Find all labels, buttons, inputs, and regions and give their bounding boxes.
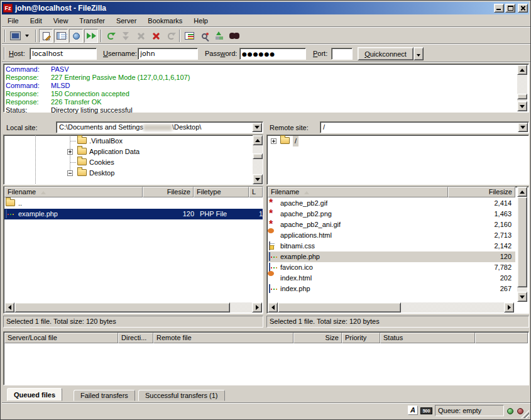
tree-item[interactable]: .VirtualBox [89, 136, 123, 146]
file-name: favicon.ico [280, 262, 313, 273]
local-site-dropdown[interactable] [252, 123, 262, 132]
remote-vscroll-thumb[interactable] [517, 197, 527, 287]
remote-tree[interactable] [266, 135, 529, 185]
toggle-queue-button[interactable] [84, 29, 98, 43]
local-site-combo[interactable]: C:\Documents and Settings\Desktop\ [56, 121, 263, 133]
queue-col-remotefile[interactable]: Remote file [153, 333, 293, 343]
remote-file-row[interactable]: index.php267 [268, 284, 515, 294]
local-hscroll-left[interactable] [4, 302, 14, 312]
remote-vscroll-track[interactable] [517, 287, 527, 292]
quickconnect-dropdown[interactable] [413, 47, 424, 60]
tree-item[interactable]: Application Data [89, 146, 140, 157]
local-tree-scroll-up[interactable] [253, 135, 263, 145]
speed-limit-icon[interactable]: 500 [420, 407, 432, 414]
queue-col-serverlocal[interactable]: Server/Local file [4, 333, 118, 343]
transfer-type-icon[interactable]: A [408, 406, 418, 415]
menu-transfer[interactable]: Transfer [74, 16, 111, 26]
local-hscroll-thumb[interactable] [14, 302, 230, 312]
queue-col-direction[interactable]: Directi... [118, 333, 153, 343]
remote-vscroll-up[interactable] [517, 187, 527, 197]
remote-hscroll-right[interactable] [504, 302, 514, 312]
process-queue-icon [123, 32, 129, 40]
quickconnect-button[interactable]: Quickconnect [358, 47, 413, 60]
find-files-button[interactable] [227, 29, 241, 43]
remote-file-row-selected[interactable]: example.php120 [268, 251, 515, 262]
quickconnect-grip[interactable] [4, 47, 5, 60]
remote-file-row[interactable]: *apache_pb2.png1,463 [268, 209, 515, 219]
filezilla-logo-icon: Fz [3, 4, 13, 13]
remote-treeview-icon [73, 33, 80, 40]
local-file-row-selected[interactable]: example.php 120 PHP File 1 [4, 209, 263, 219]
local-hscroll-track[interactable] [230, 302, 252, 312]
maximize-button[interactable] [505, 4, 515, 13]
tab-successful-transfers[interactable]: Successful transfers (1) [138, 390, 225, 401]
toggle-log-button[interactable] [39, 29, 53, 43]
remote-hscroll-thumb[interactable] [278, 302, 401, 312]
filter-button[interactable] [182, 29, 196, 43]
local-col-filetype[interactable]: Filetype [194, 187, 249, 197]
remote-file-row[interactable]: applications.html2,713 [268, 230, 515, 241]
menu-file[interactable]: File [2, 16, 25, 26]
site-manager-dropdown[interactable] [23, 29, 31, 43]
icon-file-icon [269, 263, 270, 272]
local-col-lastmodified[interactable]: L [249, 187, 263, 197]
remote-hscroll-track[interactable] [401, 302, 504, 312]
local-col-filename[interactable]: Filename [4, 187, 143, 197]
remote-site-combo[interactable]: / [320, 121, 529, 133]
remote-file-row[interactable]: *apache_pb2.gif2,414 [268, 198, 515, 209]
plus-expander-icon[interactable] [67, 149, 73, 155]
open-folder-icon [280, 137, 290, 144]
tab-failed-transfers[interactable]: Failed transfers [74, 390, 135, 401]
tree-item[interactable]: Cookies [89, 157, 114, 168]
compare-button[interactable] [197, 29, 211, 43]
minimize-button[interactable] [494, 4, 504, 13]
local-file-row[interactable]: .. [4, 198, 263, 209]
tab-queued-files[interactable]: Queued files [7, 388, 62, 401]
log-scroll-up[interactable] [517, 65, 527, 75]
disconnect-button[interactable] [149, 29, 163, 43]
local-tree-scroll-thumb[interactable] [253, 153, 263, 159]
local-tree[interactable] [3, 135, 263, 185]
queue-col-priority[interactable]: Priority [342, 333, 380, 343]
plus-expander-icon[interactable] [271, 138, 276, 144]
menu-view[interactable]: View [48, 16, 74, 26]
username-input[interactable] [138, 48, 198, 60]
log-scroll-thumb[interactable] [517, 94, 527, 99]
remote-col-filesize[interactable]: Filesize [448, 187, 515, 197]
menu-edit[interactable]: Edit [25, 16, 48, 26]
remote-file-row[interactable]: favicon.ico7,782 [268, 262, 515, 273]
queue-col-size[interactable]: Size [293, 333, 342, 343]
tree-item[interactable]: Desktop [89, 168, 114, 179]
local-col-filesize[interactable]: Filesize [143, 187, 194, 197]
log-row: Response:227 Entering Passive Mode (127,… [6, 74, 190, 82]
host-input[interactable] [30, 48, 97, 60]
toggle-local-tree-button[interactable] [54, 29, 68, 43]
toolbar-grip[interactable] [4, 30, 6, 42]
queue-col-status[interactable]: Status [380, 333, 475, 343]
tree-item-root[interactable]: / [293, 136, 298, 146]
site-manager-button[interactable] [8, 29, 22, 43]
remote-vscroll-down[interactable] [517, 292, 527, 302]
menu-bookmarks[interactable]: Bookmarks [142, 16, 188, 26]
remote-site-dropdown[interactable] [518, 123, 528, 132]
minus-expander-icon[interactable] [67, 170, 73, 176]
sync-browse-button[interactable] [212, 29, 226, 43]
remote-hscroll-left[interactable] [268, 302, 278, 312]
close-button[interactable] [518, 4, 528, 13]
sort-ascending-icon [304, 191, 309, 194]
password-input[interactable] [239, 48, 306, 60]
menu-server[interactable]: Server [111, 16, 142, 26]
remote-col-filename[interactable]: Filename [268, 187, 448, 197]
refresh-button[interactable] [104, 29, 118, 43]
remote-file-row[interactable]: index.html202 [268, 273, 515, 284]
local-tree-scroll-down[interactable] [253, 174, 263, 184]
toggle-remote-tree-button[interactable] [69, 29, 83, 43]
title-bar[interactable]: Fz john@localhost - FileZilla [2, 2, 529, 14]
remote-file-row[interactable]: bitnami.css2,142 [268, 241, 515, 251]
port-input[interactable] [331, 48, 353, 60]
menu-help[interactable]: Help [188, 16, 214, 26]
local-tree-scroll-track[interactable] [253, 145, 263, 174]
remote-file-row[interactable]: *apache_pb2_ani.gif2,160 [268, 219, 515, 230]
local-hscroll-right[interactable] [252, 302, 262, 312]
log-scroll-down[interactable] [517, 101, 527, 111]
